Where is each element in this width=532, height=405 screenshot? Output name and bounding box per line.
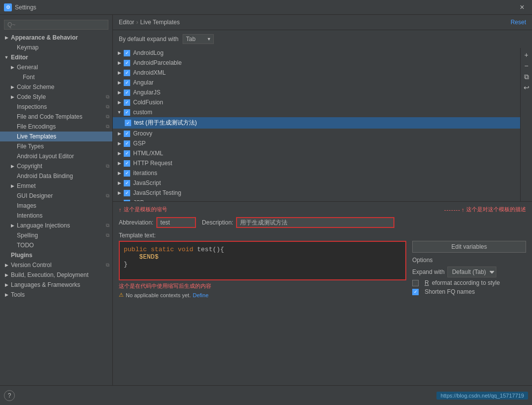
define-link[interactable]: Define bbox=[193, 292, 208, 298]
sidebar-item-label: Font bbox=[23, 74, 35, 81]
group-jsp[interactable]: JSP bbox=[113, 198, 520, 201]
group-custom[interactable]: custom bbox=[113, 107, 520, 117]
checkbox-htmlxml[interactable] bbox=[124, 150, 130, 157]
copy-icon: ⧉ bbox=[106, 232, 109, 238]
bottom-area: ↑ 这个是模板的缩号 - - - - - - - ↑ 这个是对这个模板的描述 A… bbox=[113, 201, 532, 302]
expand-select-wrapper: Tab Enter Space ▼ bbox=[183, 34, 214, 44]
checkbox-androidxml[interactable] bbox=[124, 70, 130, 76]
sidebar-item-live-templates[interactable]: Live Templates bbox=[0, 132, 112, 141]
sidebar-item-label: Version Control bbox=[11, 262, 51, 269]
group-angular[interactable]: Angular bbox=[113, 78, 520, 88]
group-groovy[interactable]: Groovy bbox=[113, 129, 520, 138]
search-input[interactable] bbox=[4, 20, 108, 30]
shorten-label: Shorten FQ names bbox=[425, 288, 475, 295]
abbreviation-input[interactable] bbox=[156, 217, 196, 228]
checkbox-jsp[interactable] bbox=[124, 200, 130, 202]
sidebar-item-file-types[interactable]: File Types bbox=[0, 141, 112, 151]
group-iterations[interactable]: iterations bbox=[113, 168, 520, 178]
checkbox-javascript[interactable] bbox=[124, 180, 130, 186]
chevron-icon bbox=[4, 35, 9, 40]
checkbox-groovy[interactable] bbox=[124, 131, 130, 137]
sidebar-item-label: Editor bbox=[11, 54, 28, 61]
checkbox-coldfusion[interactable] bbox=[124, 99, 130, 106]
template-item-test[interactable]: test (用于生成测试方法) bbox=[113, 117, 520, 129]
checkbox-httprequest[interactable] bbox=[124, 160, 130, 167]
sidebar-item-inspections[interactable]: Inspections ⧉ bbox=[0, 102, 112, 112]
sidebar-item-label: Languages & Frameworks bbox=[11, 281, 80, 288]
expand-select[interactable]: Tab Enter Space bbox=[183, 34, 214, 44]
group-label: HTML/XML bbox=[133, 150, 163, 157]
sidebar-item-code-style[interactable]: Code Style ⧉ bbox=[0, 92, 112, 102]
group-angularjs[interactable]: AngularJS bbox=[113, 88, 520, 97]
group-javascripttesting[interactable]: JavaScript Testing bbox=[113, 188, 520, 198]
sidebar-item-android-layout[interactable]: Android Layout Editor bbox=[0, 151, 112, 161]
shorten-checkbox[interactable] bbox=[412, 289, 419, 295]
undo-template-button[interactable]: ↩ bbox=[522, 83, 532, 92]
sidebar-item-version-control[interactable]: Version Control ⧉ bbox=[0, 260, 112, 270]
breadcrumb-separator: › bbox=[136, 19, 138, 26]
checkbox-gsp[interactable] bbox=[124, 140, 130, 147]
sidebar-item-appearance[interactable]: Appearance & Behavior bbox=[0, 33, 112, 43]
checkbox-androidparcelable[interactable] bbox=[124, 60, 130, 66]
sidebar-item-todo[interactable]: TODO bbox=[0, 240, 112, 250]
sidebar-item-color-scheme[interactable]: Color Scheme bbox=[0, 82, 112, 92]
chevron-icon bbox=[10, 94, 15, 99]
checkbox-angularjs[interactable] bbox=[124, 90, 130, 96]
options-title: Options bbox=[412, 257, 526, 264]
copy-template-button[interactable]: ⧉ bbox=[522, 72, 532, 82]
expand-with-row: Expand with Default (Tab) Tab Enter Spac… bbox=[412, 267, 526, 277]
group-httprequest[interactable]: HTTP Request bbox=[113, 158, 520, 168]
group-androidxml[interactable]: AndroidXML bbox=[113, 68, 520, 78]
warning-icon: ⚠ bbox=[119, 292, 124, 298]
add-template-button[interactable]: + bbox=[522, 50, 532, 60]
expand-with-select[interactable]: Default (Tab) Tab Enter Space bbox=[447, 267, 496, 277]
sidebar-item-android-data[interactable]: Android Data Binding bbox=[0, 171, 112, 181]
sidebar-item-languages-frameworks[interactable]: Languages & Frameworks bbox=[0, 280, 112, 290]
sidebar-item-spelling[interactable]: Spelling ⧉ bbox=[0, 230, 112, 240]
group-gsp[interactable]: GSP bbox=[113, 138, 520, 148]
reset-button[interactable]: Reset bbox=[511, 19, 526, 26]
sidebar-item-font[interactable]: Font bbox=[0, 72, 112, 82]
sidebar-item-copyright[interactable]: Copyright ⧉ bbox=[0, 161, 112, 171]
edit-variables-button[interactable]: Edit variables bbox=[412, 241, 526, 253]
group-androidparcelable[interactable]: AndroidParcelable bbox=[113, 58, 520, 68]
remove-template-button[interactable]: − bbox=[522, 61, 532, 71]
reformat-checkbox[interactable] bbox=[412, 280, 419, 286]
help-button[interactable]: ? bbox=[4, 390, 15, 401]
sidebar-item-editor[interactable]: Editor bbox=[0, 52, 112, 62]
checkbox-androidlog[interactable] bbox=[124, 50, 130, 56]
checkbox-angular[interactable] bbox=[124, 80, 130, 86]
group-htmlxml[interactable]: HTML/XML bbox=[113, 148, 520, 158]
sidebar-item-label: Keymap bbox=[17, 44, 39, 51]
close-button[interactable]: × bbox=[516, 1, 528, 13]
sidebar-item-file-encodings[interactable]: File Encodings ⧉ bbox=[0, 122, 112, 132]
checkbox-iterations[interactable] bbox=[124, 170, 130, 177]
group-coldfusion[interactable]: ColdFusion bbox=[113, 97, 520, 107]
checkbox-test[interactable] bbox=[125, 120, 131, 126]
chevron-icon bbox=[10, 223, 15, 228]
warning-text: No applicable contexts yet. bbox=[126, 292, 191, 298]
sidebar-item-intentions[interactable]: Intentions bbox=[0, 211, 112, 221]
group-javascript[interactable]: JavaScript bbox=[113, 178, 520, 188]
sidebar-item-tools[interactable]: Tools bbox=[0, 290, 112, 300]
annotation-left-text: 这个是模板的缩号 bbox=[124, 206, 167, 213]
checkbox-javascripttesting[interactable] bbox=[124, 190, 130, 196]
copy-icon: ⧉ bbox=[106, 163, 109, 169]
sidebar-item-keymap[interactable]: Keymap bbox=[0, 43, 112, 52]
sidebar-item-language-injections[interactable]: Language Injections ⧉ bbox=[0, 221, 112, 230]
group-androidlog[interactable]: AndroidLog bbox=[113, 48, 520, 58]
code-editor[interactable]: public static void test(){ $END$ } bbox=[119, 241, 406, 280]
sidebar-item-emmet[interactable]: Emmet bbox=[0, 181, 112, 191]
sidebar-item-images[interactable]: Images bbox=[0, 201, 112, 211]
checkbox-custom[interactable] bbox=[124, 109, 130, 116]
description-input[interactable] bbox=[236, 217, 394, 228]
sidebar-item-general[interactable]: General bbox=[0, 62, 112, 72]
chevron-icon bbox=[117, 100, 122, 105]
sidebar-item-gui-designer[interactable]: GUI Designer ⧉ bbox=[0, 191, 112, 201]
sidebar-item-build-execution[interactable]: Build, Execution, Deployment bbox=[0, 270, 112, 280]
sidebar-item-plugins[interactable]: Plugins bbox=[0, 250, 112, 260]
sidebar-item-label: TODO bbox=[17, 242, 34, 249]
template-bottom-row: public static void test(){ $END$ } 这个是在代… bbox=[119, 241, 526, 298]
sidebar-item-file-code-templates[interactable]: File and Code Templates ⧉ bbox=[0, 112, 112, 122]
breadcrumb-current: Live Templates bbox=[140, 19, 180, 26]
